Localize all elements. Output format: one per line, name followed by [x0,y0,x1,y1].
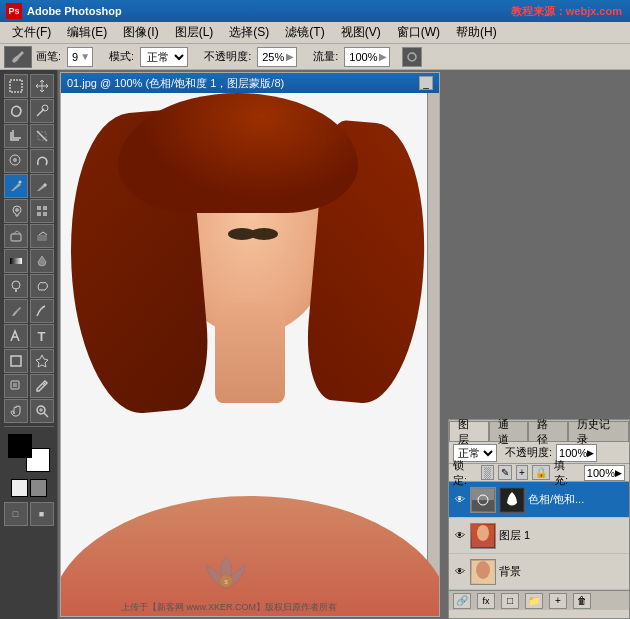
brush-dropdown-icon[interactable]: ▼ [80,51,90,62]
layer-item-hsl[interactable]: 👁 色相/饱和... [449,482,629,518]
crop-tool[interactable] [4,124,28,148]
menu-select[interactable]: 选择(S) [221,22,277,43]
quick-mask-toggle[interactable] [11,479,47,497]
healing-brush-tool[interactable] [4,149,28,173]
layers-lock-label: 锁定: [453,458,477,488]
menu-window[interactable]: 窗口(W) [389,22,448,43]
lock-position-btn[interactable]: + [516,465,528,480]
standard-screen-btn[interactable]: □ [4,502,28,526]
airbrush-toggle[interactable] [402,47,422,67]
lock-all-btn[interactable]: 🔒 [532,465,550,480]
layer-visibility-hsl[interactable]: 👁 [453,493,467,507]
tool-row-14 [4,399,54,423]
brush-tool[interactable] [4,174,28,198]
dodge-tool[interactable] [4,274,28,298]
color-swatch-area[interactable] [8,434,50,472]
document-canvas[interactable]: 上传于【新客网 www.XKER.COM】版权归原作者所有 S [61,93,439,616]
marquee-tool[interactable] [4,74,28,98]
custom-shape-tool[interactable] [30,349,54,373]
layers-fill-input[interactable]: 100% ▶ [584,465,625,481]
layer-group-btn[interactable]: 📁 [525,593,543,609]
slice-tool[interactable] [30,124,54,148]
title-bar: Ps Adobe Photoshop 教程来源：webjx.com [0,0,630,22]
eyedropper-tool[interactable] [30,374,54,398]
menu-layer[interactable]: 图层(L) [167,22,222,43]
menu-help[interactable]: 帮助(H) [448,22,505,43]
tab-channels[interactable]: 通道 [489,421,529,441]
pencil-tool[interactable] [30,174,54,198]
text-tool[interactable]: T [30,324,54,348]
vertical-scrollbar[interactable] [427,93,439,616]
neck [215,303,285,403]
notes-tool[interactable] [4,374,28,398]
hand-tool[interactable] [4,399,28,423]
tool-row-3 [4,124,54,148]
brush-tool-icon[interactable] [4,46,32,68]
tool-separator-1 [4,426,54,427]
layers-opacity-arrow[interactable]: ▶ [587,448,594,458]
tab-layers[interactable]: 图层 [449,421,489,441]
freeform-pen-tool[interactable] [30,299,54,323]
bg-eraser-tool[interactable] [30,224,54,248]
opacity-dropdown-icon[interactable]: ▶ [286,51,294,62]
layer-visibility-bg[interactable]: 👁 [453,565,467,579]
menu-filter[interactable]: 滤镜(T) [277,22,332,43]
foreground-color-box[interactable] [8,434,32,458]
standard-mode-btn[interactable] [11,479,28,497]
opacity-label: 不透明度: [204,49,251,64]
layer-item-1[interactable]: 👁 图层 1 [449,518,629,554]
svg-line-4 [37,131,47,141]
layer-item-bg[interactable]: 👁 背景 [449,554,629,590]
layer-delete-btn[interactable]: 🗑 [573,593,591,609]
menu-view[interactable]: 视图(V) [333,22,389,43]
menu-file[interactable]: 文件(F) [4,22,59,43]
watermark: 教程来源：webjx.com [511,4,622,19]
canvas-area: 01.jpg @ 100% (色相/饱和度 1，图层蒙版/8) _ 上传于【新客… [58,70,630,619]
pattern-stamp-tool[interactable] [30,199,54,223]
document-title: 01.jpg @ 100% (色相/饱和度 1，图层蒙版/8) [67,76,284,91]
zoom-tool[interactable] [30,399,54,423]
tool-row-1 [4,74,54,98]
gradient-tool[interactable] [4,249,28,273]
tab-paths[interactable]: 路径 [528,421,568,441]
burn-tool[interactable] [30,274,54,298]
patch-tool[interactable] [30,149,54,173]
svg-rect-21 [11,381,19,389]
paint-bucket-tool[interactable] [30,249,54,273]
clone-stamp-tool[interactable] [4,199,28,223]
flow-dropdown-icon[interactable]: ▶ [379,51,387,62]
layers-opacity-label: 不透明度: [505,445,552,460]
lock-pixels-btn[interactable]: ✎ [498,465,512,480]
full-screen-btn[interactable]: ■ [30,502,54,526]
layer-visibility-1[interactable]: 👁 [453,529,467,543]
layer-name-bg: 背景 [499,564,625,579]
opacity-group[interactable]: 25% ▶ [257,47,297,67]
tab-history[interactable]: 历史记录 [568,421,629,441]
mode-select[interactable]: 正常 [140,47,188,67]
document-minimize-button[interactable]: _ [419,76,433,90]
pen-tool[interactable] [4,299,28,323]
rect-shape-tool[interactable] [4,349,28,373]
layer-link-btn[interactable]: 🔗 [453,593,471,609]
screen-mode-row: □ ■ [4,502,54,526]
magic-wand-tool[interactable] [30,99,54,123]
move-tool[interactable] [30,74,54,98]
options-bar: 画笔: 9 ▼ 模式: 正常 不透明度: 25% ▶ 流量: 100% ▶ [0,44,630,70]
eraser-tool[interactable] [4,224,28,248]
flow-group[interactable]: 100% ▶ [344,47,390,67]
layer-fx-btn[interactable]: fx [477,593,495,609]
layer-new-btn[interactable]: + [549,593,567,609]
brush-size-group[interactable]: 9 ▼ [67,47,93,67]
tool-row-4 [4,149,54,173]
menu-image[interactable]: 图像(I) [115,22,166,43]
layers-fill-arrow[interactable]: ▶ [615,468,622,478]
layer-name-hsl: 色相/饱和... [528,492,625,507]
quick-mask-mode-btn[interactable] [30,479,47,497]
layer-mask-btn[interactable]: □ [501,593,519,609]
svg-rect-16 [10,258,22,264]
svg-point-0 [408,53,416,61]
menu-edit[interactable]: 编辑(E) [59,22,115,43]
path-select-tool[interactable] [4,324,28,348]
lasso-tool[interactable] [4,99,28,123]
lock-transparent-btn[interactable]: ░ [481,465,494,480]
